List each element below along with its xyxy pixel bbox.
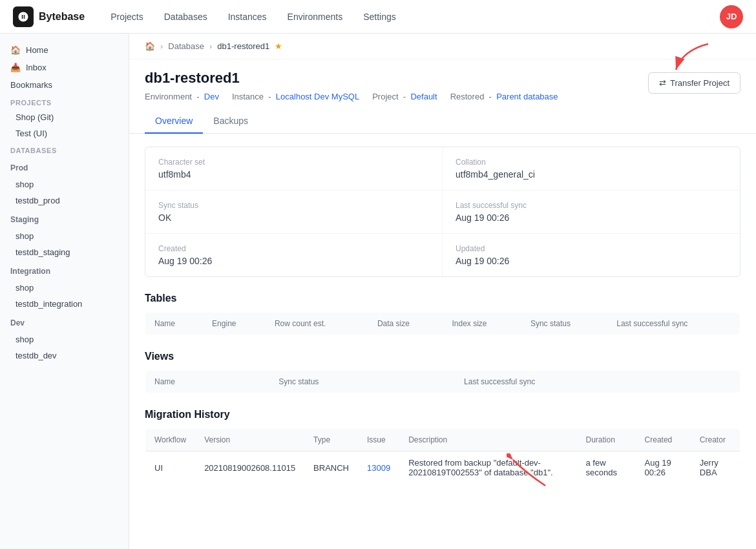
sidebar-db-prod-shop[interactable]: shop [0, 176, 129, 192]
tabs: Overview Backups [129, 109, 756, 134]
db-group-staging: Staging [0, 211, 129, 228]
tables-col-lastsync: Last successful sync [607, 313, 740, 335]
main-content: 🏠 › Database › db1-restored1 ★ db1-resto… [129, 34, 756, 549]
info-grid: Character set utf8mb4 Collation utf8mb4_… [145, 147, 740, 277]
breadcrumb-database[interactable]: Database [168, 41, 204, 51]
tables-col-indexsize: Index size [443, 313, 521, 335]
tables-section-title: Tables [145, 293, 740, 304]
views-col-lastsync: Last successful sync [455, 371, 740, 393]
page-meta: Environment - Dev Instance - Localhost D… [145, 92, 558, 101]
tables-col-name: Name [145, 313, 204, 335]
page-header: db1-restored1 Environment - Dev Instance… [129, 59, 756, 109]
mig-row-version: 20210819002608.11015 [195, 451, 304, 484]
migration-table: Workflow Version Type Issue Description … [145, 428, 740, 484]
transfer-project-button[interactable]: ⇄ Transfer Project [648, 72, 740, 94]
info-created: Created Aug 19 00:26 [145, 234, 443, 276]
tables-col-rowcount: Row count est. [266, 313, 368, 335]
databases-section-label: Databases [0, 141, 129, 157]
mig-col-workflow: Workflow [145, 429, 196, 451]
views-table: Name Sync status Last successful sync [145, 370, 740, 393]
tab-overview[interactable]: Overview [145, 109, 203, 134]
restored-label: Restored [450, 92, 485, 101]
content-body: Character set utf8mb4 Collation utf8mb4_… [129, 134, 756, 513]
mig-row-type: BRANCH [304, 451, 358, 484]
tables-table: Name Engine Row count est. Data size Ind… [145, 312, 740, 335]
logo-icon [13, 6, 34, 27]
db-group-prod: Prod [0, 160, 129, 176]
tables-col-datasize: Data size [368, 313, 443, 335]
tables-col-syncstatus: Sync status [521, 313, 607, 335]
project-label: Project [372, 92, 398, 101]
environment-value[interactable]: Dev [204, 92, 219, 101]
star-icon[interactable]: ★ [275, 41, 282, 51]
sidebar-db-prod-testdb[interactable]: testdb_prod [0, 192, 129, 209]
project-value[interactable]: Default [410, 92, 437, 101]
nav-projects[interactable]: Projects [110, 9, 143, 25]
last-sync-value: Aug 19 00:26 [456, 212, 727, 223]
transfer-btn-container: ⇄ Transfer Project [648, 70, 740, 94]
transfer-btn-label: Transfer Project [670, 78, 730, 88]
breadcrumb-current: db1-restored1 [217, 41, 269, 51]
last-sync-label: Last successful sync [456, 201, 727, 210]
migration-table-container: Workflow Version Type Issue Description … [145, 428, 740, 484]
mig-col-issue: Issue [358, 429, 399, 451]
user-avatar[interactable]: JD [720, 5, 743, 28]
nav-environments[interactable]: Environments [288, 9, 343, 25]
sidebar-item-bookmarks[interactable]: Bookmarks [0, 76, 129, 94]
nav-settings[interactable]: Settings [363, 9, 396, 25]
instance-value[interactable]: Localhost Dev MySQL [276, 92, 359, 101]
restored-meta: Restored - Parent database [450, 92, 558, 101]
bookmarks-label: Bookmarks [10, 80, 52, 90]
breadcrumb-sep-2: › [209, 41, 212, 51]
instance-meta: Instance - Localhost Dev MySQL [232, 92, 359, 101]
mig-row-issue: 13009 [358, 451, 399, 484]
mig-col-duration: Duration [577, 429, 636, 451]
transfer-icon: ⇄ [659, 78, 666, 88]
breadcrumb: 🏠 › Database › db1-restored1 ★ [129, 34, 756, 59]
environment-label: Environment [145, 92, 192, 101]
info-collation: Collation utf8mb4_general_ci [443, 147, 740, 191]
views-col-syncstatus: Sync status [269, 371, 455, 393]
tab-backups[interactable]: Backups [203, 109, 258, 134]
sidebar-db-staging-shop[interactable]: shop [0, 228, 129, 244]
home-icon: 🏠 [10, 45, 21, 55]
mig-row-desc: Restored from backup "default-dev-202108… [399, 451, 576, 484]
project-meta: Project - Default [372, 92, 437, 101]
instance-label: Instance [232, 92, 264, 101]
sidebar-db-dev-shop[interactable]: shop [0, 331, 129, 347]
updated-label: Updated [456, 244, 727, 253]
mig-issue-link[interactable]: 13009 [367, 463, 390, 473]
mig-col-type: Type [304, 429, 358, 451]
environment-meta: Environment - Dev [145, 92, 219, 101]
mig-row-created: Aug 19 00:26 [636, 451, 691, 484]
collation-value: utf8mb4_general_ci [456, 169, 727, 180]
tables-col-engine: Engine [203, 313, 266, 335]
restored-value[interactable]: Parent database [496, 92, 558, 101]
nav-databases[interactable]: Databases [164, 9, 207, 25]
charset-value: utf8mb4 [158, 169, 429, 180]
created-value: Aug 19 00:26 [158, 256, 429, 266]
sidebar-db-staging-testdb[interactable]: testdb_staging [0, 244, 129, 260]
charset-label: Character set [158, 158, 429, 167]
collation-label: Collation [456, 158, 727, 167]
sidebar-project-shop-git[interactable]: Shop (Git) [0, 109, 129, 125]
breadcrumb-home[interactable]: 🏠 [145, 41, 155, 51]
nav-instances[interactable]: Instances [228, 9, 267, 25]
sidebar-db-integration-testdb[interactable]: testdb_integration [0, 296, 129, 312]
logo: Bytebase [13, 6, 85, 27]
table-row: UI 20210819002608.11015 BRANCH 13009 Res… [145, 451, 740, 484]
info-updated: Updated Aug 19 00:26 [443, 234, 740, 276]
sidebar-item-home[interactable]: 🏠 Home [0, 41, 129, 59]
sidebar-item-inbox[interactable]: 📥 Inbox [0, 59, 129, 76]
mig-row-creator: Jerry DBA [691, 451, 740, 484]
mig-row-workflow: UI [145, 451, 196, 484]
inbox-icon: 📥 [10, 63, 21, 72]
sidebar-db-dev-testdb[interactable]: testdb_dev [0, 347, 129, 364]
db-group-integration: Integration [0, 263, 129, 280]
top-nav: Bytebase Projects Databases Instances En… [0, 0, 756, 34]
inbox-label: Inbox [26, 63, 47, 72]
sidebar-db-integration-shop[interactable]: shop [0, 280, 129, 296]
updated-value: Aug 19 00:26 [456, 256, 727, 266]
sidebar-project-test-ui[interactable]: Test (UI) [0, 125, 129, 141]
sync-status-value: OK [158, 212, 429, 223]
